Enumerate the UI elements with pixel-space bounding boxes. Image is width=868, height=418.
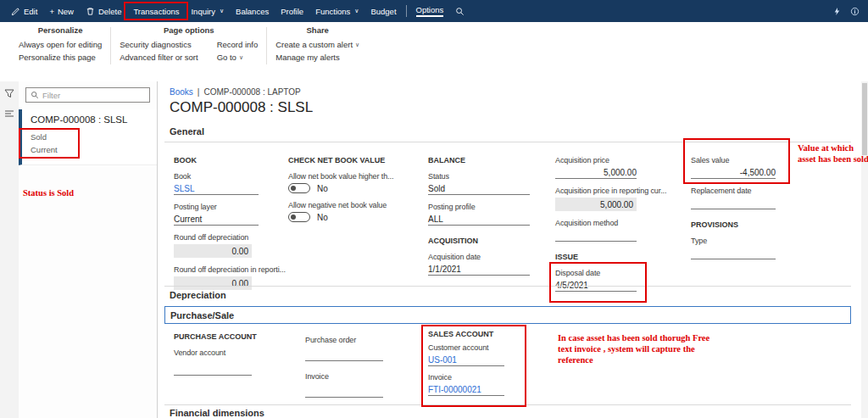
posting-layer-value[interactable]: Current — [174, 214, 259, 226]
section-header-general[interactable]: General — [170, 126, 204, 137]
field-acquisition-method: Acquisition method — [555, 219, 682, 242]
filter-input[interactable] — [42, 91, 136, 100]
flash-icon[interactable] — [832, 7, 842, 16]
field-acquisition-date: Acquisition date 1/1/2021 — [428, 253, 542, 276]
chevron-down-icon: ∨ — [220, 8, 224, 14]
left-icon-rail — [0, 81, 19, 418]
acquisition-method-value[interactable] — [555, 230, 637, 242]
budget-button[interactable]: Budget — [364, 0, 402, 22]
field-replacement-date: Replacement date — [691, 187, 784, 209]
breadcrumb-books-link[interactable]: Books — [170, 87, 193, 97]
annotation-status-is-sold: Status is Sold — [23, 187, 116, 198]
plus-icon: + — [49, 7, 54, 16]
field-purchase-invoice: Invoice — [305, 372, 415, 398]
ribbon-group-page-options: Page options Security diagnostics Advanc… — [111, 25, 266, 62]
go-to-menu-button[interactable]: Go to ∨ — [217, 53, 243, 62]
record-list-item-selected[interactable]: COMP-000008 : SLSL Sold Current — [19, 109, 157, 165]
delete-label: Delete — [98, 7, 121, 16]
general-column-check-nbv: CHECK NET BOOK VALUE Allow net book valu… — [288, 156, 424, 230]
sales-value-value[interactable]: -4,500.00 — [691, 167, 776, 179]
status-value[interactable]: Sold — [428, 183, 530, 195]
allow-negative-nbv-toggle[interactable] — [288, 212, 310, 222]
purchase-order-value[interactable] — [305, 349, 383, 361]
options-tab[interactable]: Options — [410, 0, 450, 22]
vendor-account-value[interactable] — [174, 364, 252, 376]
chevron-down-icon: ∨ — [354, 8, 359, 14]
annotation-free-text-invoice: In case asset has been sold thorugh Free… — [558, 332, 724, 365]
edit-icon — [11, 7, 20, 16]
group-header-provisions: PROVISIONS — [691, 220, 784, 229]
ps-column-sales-account: SALES ACCOUNT Customer account US-001 In… — [428, 330, 538, 404]
round-off-value: 0.00 — [174, 244, 252, 258]
page-title: COMP-000008 : SLSL — [170, 99, 313, 116]
posting-profile-value[interactable]: ALL — [428, 214, 530, 226]
inquiry-label: Inquiry — [191, 7, 215, 16]
personalize-this-page-button[interactable]: Personalize this page — [19, 53, 96, 62]
field-label: Acquisition method — [555, 219, 682, 227]
manage-my-alerts-button[interactable]: Manage my alerts — [275, 53, 340, 62]
application-window: Edit + New Delete Transactions Inquiry ∨… — [0, 0, 868, 418]
filter-funnel-icon[interactable] — [4, 88, 14, 98]
toggle-value: No — [317, 184, 328, 193]
group-header-sales-account: SALES ACCOUNT — [428, 330, 538, 338]
delete-button[interactable]: Delete — [80, 0, 127, 22]
field-disposal-date: Disposal date 4/5/2021 — [555, 269, 682, 292]
search-button[interactable] — [449, 0, 470, 22]
record-info-button[interactable]: Record info — [217, 40, 259, 49]
new-label: New — [58, 7, 74, 16]
general-column-sales: Sales value -4,500.00 Replacement date P… — [691, 156, 784, 267]
replacement-date-value[interactable] — [691, 198, 776, 209]
group-title-page-options: Page options — [164, 25, 214, 35]
acquisition-price-value[interactable]: 5,000.00 — [555, 167, 637, 179]
field-label: Allow net book value higher th... — [288, 172, 424, 181]
field-posting-layer: Posting layer Current — [174, 203, 275, 226]
section-header-purchase-sale[interactable]: Purchase/Sale — [170, 310, 234, 320]
info-icon[interactable] — [850, 7, 860, 16]
group-header-purchase-account: PURCHASE ACCOUNT — [174, 332, 292, 341]
customer-account-value[interactable]: US-001 — [428, 354, 504, 366]
breadcrumb: Books | COMP-000008 : LAPTOP — [170, 87, 301, 97]
group-title-share: Share — [307, 25, 329, 35]
field-label: Vendor account — [174, 348, 292, 357]
group-header-book: BOOK — [174, 156, 275, 164]
create-custom-alert-menu-button[interactable]: Create a custom alert ∨ — [275, 40, 359, 49]
annotation-sales-value: Value at which asset has been sold — [798, 142, 868, 164]
field-label: Acquisition date — [428, 253, 542, 261]
advanced-filter-or-sort-button[interactable]: Advanced filter or sort — [120, 53, 198, 62]
ps-column-purchase-docs: Purchase order Invoice — [305, 336, 415, 405]
section-header-depreciation[interactable]: Depreciation — [170, 290, 226, 300]
new-button[interactable]: + New — [43, 0, 80, 22]
search-icon — [455, 7, 465, 16]
inquiry-menu-button[interactable]: Inquiry ∨ — [185, 0, 230, 22]
always-open-for-editing-button[interactable]: Always open for editing — [19, 40, 102, 49]
purchase-invoice-value[interactable] — [305, 386, 383, 398]
field-label: Book — [174, 172, 275, 181]
field-label: Disposal date — [555, 269, 682, 277]
section-rule — [164, 142, 851, 142]
go-to-label: Go to — [217, 53, 236, 62]
profile-button[interactable]: Profile — [275, 0, 309, 22]
list-panel-icon[interactable] — [4, 109, 14, 119]
type-value[interactable] — [691, 248, 776, 259]
transactions-button[interactable]: Transactions — [127, 0, 185, 22]
field-sales-invoice: Invoice FTI-00000021 — [428, 373, 538, 396]
book-value-link[interactable]: SLSL — [174, 183, 259, 195]
balances-button[interactable]: Balances — [230, 0, 275, 22]
general-column-balance: BALANCE Status Sold Posting profile ALL … — [428, 156, 542, 283]
record-list-panel: COMP-000008 : SLSL Sold Current — [19, 81, 158, 418]
field-label: Acquisition price — [555, 156, 682, 164]
section-header-financial-dimensions[interactable]: Financial dimensions — [170, 408, 264, 418]
acquisition-date-value[interactable]: 1/1/2021 — [428, 264, 530, 276]
edit-button[interactable]: Edit — [5, 0, 43, 22]
vertical-scrollbar[interactable] — [861, 81, 868, 418]
sales-invoice-value[interactable]: FTI-00000021 — [428, 384, 504, 396]
field-label: Replacement date — [691, 187, 784, 195]
field-label: Status — [428, 172, 542, 181]
allow-nbv-higher-toggle[interactable] — [288, 183, 310, 193]
security-diagnostics-button[interactable]: Security diagnostics — [120, 40, 191, 49]
round-off-reporting-value: 0.00 — [174, 276, 252, 290]
functions-menu-button[interactable]: Functions ∨ — [309, 0, 364, 22]
list-filter-box — [25, 87, 150, 103]
field-label: Sales value — [691, 156, 784, 164]
chevron-down-icon: ∨ — [239, 54, 243, 61]
